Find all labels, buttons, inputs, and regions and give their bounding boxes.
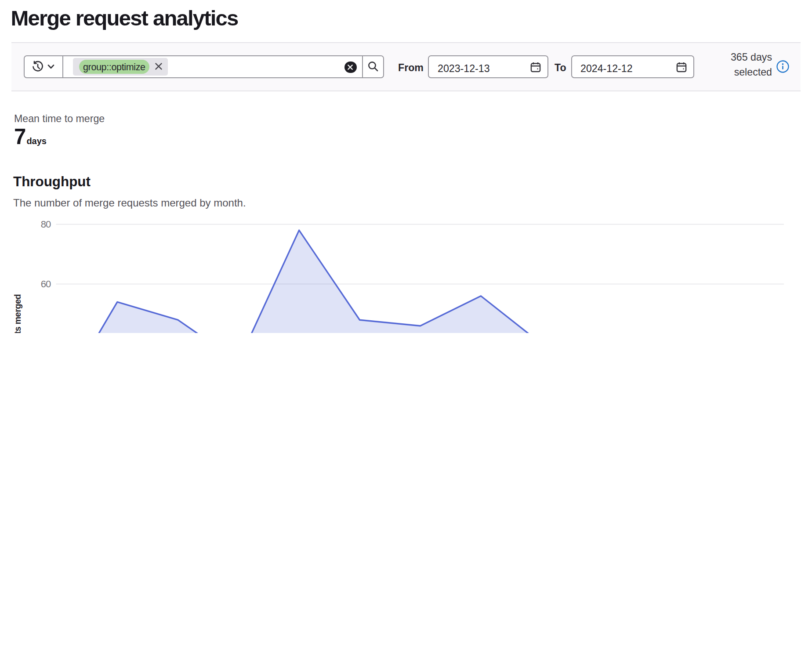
svg-text:Merge Requests merged: Merge Requests merged — [13, 294, 22, 333]
svg-text:60: 60 — [41, 279, 51, 290]
svg-text:80: 80 — [41, 219, 51, 230]
